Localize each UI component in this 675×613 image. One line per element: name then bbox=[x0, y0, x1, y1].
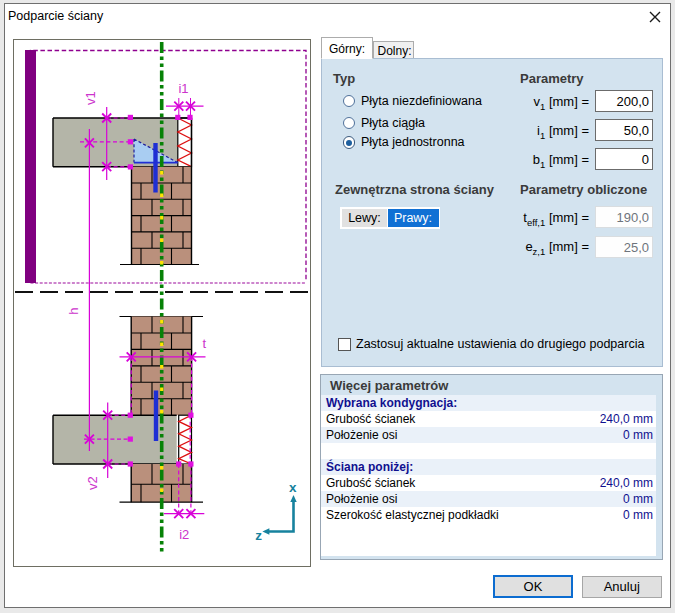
svg-text:t: t bbox=[202, 336, 206, 351]
svg-text:i1: i1 bbox=[178, 81, 188, 96]
svg-text:i2: i2 bbox=[179, 527, 189, 542]
svg-text:x: x bbox=[289, 480, 297, 495]
svg-text:v2: v2 bbox=[85, 476, 100, 490]
svg-text:z: z bbox=[255, 528, 262, 543]
svg-text:h: h bbox=[66, 307, 81, 314]
svg-text:v1: v1 bbox=[83, 91, 98, 105]
